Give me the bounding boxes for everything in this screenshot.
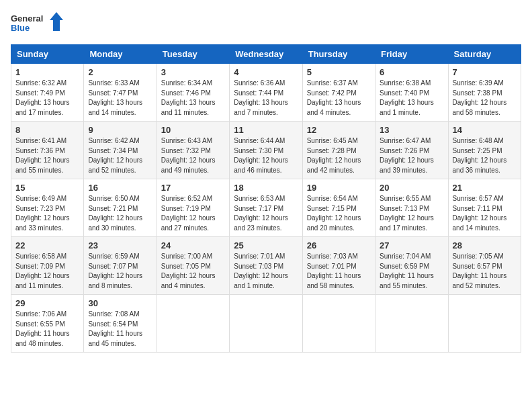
day-info: Sunrise: 7:06 AM Sunset: 6:55 PM Dayligh… (15, 310, 79, 349)
calendar-cell: 15Sunrise: 6:49 AM Sunset: 7:23 PM Dayli… (11, 179, 84, 237)
calendar-cell: 17Sunrise: 6:52 AM Sunset: 7:19 PM Dayli… (157, 179, 229, 237)
calendar-week-row: 1Sunrise: 6:32 AM Sunset: 7:49 PM Daylig… (11, 64, 521, 122)
day-number: 10 (161, 125, 225, 135)
day-info: Sunrise: 6:59 AM Sunset: 7:07 PM Dayligh… (88, 252, 152, 291)
day-info: Sunrise: 7:04 AM Sunset: 6:59 PM Dayligh… (380, 252, 443, 291)
day-info: Sunrise: 7:00 AM Sunset: 7:05 PM Dayligh… (161, 252, 225, 291)
calendar-cell: 12Sunrise: 6:45 AM Sunset: 7:28 PM Dayli… (302, 122, 375, 179)
calendar-cell: 29Sunrise: 7:06 AM Sunset: 6:55 PM Dayli… (11, 295, 84, 353)
day-number: 2 (88, 67, 152, 77)
calendar-cell: 10Sunrise: 6:43 AM Sunset: 7:32 PM Dayli… (157, 122, 229, 179)
svg-text:General: General (11, 13, 43, 24)
day-info: Sunrise: 6:42 AM Sunset: 7:34 PM Dayligh… (88, 136, 152, 175)
calendar-cell: 26Sunrise: 7:03 AM Sunset: 7:01 PM Dayli… (302, 237, 375, 295)
calendar-week-row: 8Sunrise: 6:41 AM Sunset: 7:36 PM Daylig… (11, 122, 521, 179)
calendar-cell: 25Sunrise: 7:01 AM Sunset: 7:03 PM Dayli… (230, 237, 302, 295)
day-number: 9 (88, 125, 152, 135)
day-number: 25 (234, 240, 298, 250)
day-number: 24 (161, 240, 225, 250)
weekday-header-thursday: Thursday (302, 45, 375, 64)
weekday-header-wednesday: Wednesday (230, 45, 302, 64)
day-number: 22 (15, 240, 79, 250)
calendar-week-row: 15Sunrise: 6:49 AM Sunset: 7:23 PM Dayli… (11, 179, 521, 237)
day-info: Sunrise: 6:50 AM Sunset: 7:21 PM Dayligh… (88, 194, 152, 233)
day-number: 27 (380, 240, 443, 250)
calendar-cell: 7Sunrise: 6:39 AM Sunset: 7:38 PM Daylig… (448, 64, 521, 122)
calendar-cell: 5Sunrise: 6:37 AM Sunset: 7:42 PM Daylig… (302, 64, 375, 122)
calendar-cell (375, 295, 448, 353)
day-number: 17 (161, 183, 225, 193)
day-number: 11 (234, 125, 298, 135)
day-number: 21 (453, 183, 517, 193)
calendar-week-row: 22Sunrise: 6:58 AM Sunset: 7:09 PM Dayli… (11, 237, 521, 295)
calendar-cell: 9Sunrise: 6:42 AM Sunset: 7:34 PM Daylig… (84, 122, 157, 179)
calendar-cell: 27Sunrise: 7:04 AM Sunset: 6:59 PM Dayli… (375, 237, 448, 295)
day-number: 14 (453, 125, 517, 135)
day-info: Sunrise: 6:41 AM Sunset: 7:36 PM Dayligh… (15, 136, 79, 175)
day-info: Sunrise: 6:45 AM Sunset: 7:28 PM Dayligh… (307, 136, 371, 175)
calendar-cell: 16Sunrise: 6:50 AM Sunset: 7:21 PM Dayli… (84, 179, 157, 237)
day-number: 4 (234, 67, 298, 77)
day-number: 20 (380, 183, 443, 193)
weekday-header-row: SundayMondayTuesdayWednesdayThursdayFrid… (11, 45, 521, 64)
day-number: 23 (88, 240, 152, 250)
day-info: Sunrise: 6:49 AM Sunset: 7:23 PM Dayligh… (15, 194, 79, 233)
weekday-header-tuesday: Tuesday (157, 45, 229, 64)
day-info: Sunrise: 6:38 AM Sunset: 7:40 PM Dayligh… (380, 79, 443, 118)
day-info: Sunrise: 6:53 AM Sunset: 7:17 PM Dayligh… (234, 194, 298, 233)
day-info: Sunrise: 6:39 AM Sunset: 7:38 PM Dayligh… (453, 79, 517, 118)
day-number: 28 (453, 240, 517, 250)
day-number: 13 (380, 125, 443, 135)
day-info: Sunrise: 6:36 AM Sunset: 7:44 PM Dayligh… (234, 79, 298, 118)
weekday-header-monday: Monday (84, 45, 157, 64)
day-number: 26 (307, 240, 371, 250)
day-info: Sunrise: 6:54 AM Sunset: 7:15 PM Dayligh… (307, 194, 371, 233)
day-info: Sunrise: 7:05 AM Sunset: 6:57 PM Dayligh… (453, 252, 517, 291)
calendar-cell: 23Sunrise: 6:59 AM Sunset: 7:07 PM Dayli… (84, 237, 157, 295)
day-number: 7 (453, 67, 517, 77)
calendar-cell: 24Sunrise: 7:00 AM Sunset: 7:05 PM Dayli… (157, 237, 229, 295)
calendar-cell: 11Sunrise: 6:44 AM Sunset: 7:30 PM Dayli… (230, 122, 302, 179)
calendar-cell (448, 295, 521, 353)
day-number: 30 (88, 298, 152, 308)
weekday-header-sunday: Sunday (11, 45, 84, 64)
day-number: 16 (88, 183, 152, 193)
day-info: Sunrise: 6:47 AM Sunset: 7:26 PM Dayligh… (380, 136, 443, 175)
day-number: 6 (380, 67, 443, 77)
day-info: Sunrise: 6:44 AM Sunset: 7:30 PM Dayligh… (234, 136, 298, 175)
day-info: Sunrise: 6:48 AM Sunset: 7:25 PM Dayligh… (453, 136, 517, 175)
calendar-cell (302, 295, 375, 353)
day-info: Sunrise: 6:52 AM Sunset: 7:19 PM Dayligh… (161, 194, 225, 233)
svg-marker-2 (50, 12, 63, 31)
day-number: 18 (234, 183, 298, 193)
day-info: Sunrise: 6:58 AM Sunset: 7:09 PM Dayligh… (15, 252, 79, 291)
day-info: Sunrise: 6:33 AM Sunset: 7:47 PM Dayligh… (88, 79, 152, 118)
calendar-week-row: 29Sunrise: 7:06 AM Sunset: 6:55 PM Dayli… (11, 295, 521, 353)
calendar-cell: 22Sunrise: 6:58 AM Sunset: 7:09 PM Dayli… (11, 237, 84, 295)
calendar-cell: 28Sunrise: 7:05 AM Sunset: 6:57 PM Dayli… (448, 237, 521, 295)
calendar-cell: 4Sunrise: 6:36 AM Sunset: 7:44 PM Daylig… (230, 64, 302, 122)
calendar-cell: 14Sunrise: 6:48 AM Sunset: 7:25 PM Dayli… (448, 122, 521, 179)
day-info: Sunrise: 6:57 AM Sunset: 7:11 PM Dayligh… (453, 194, 517, 233)
calendar-cell: 18Sunrise: 6:53 AM Sunset: 7:17 PM Dayli… (230, 179, 302, 237)
calendar: SundayMondayTuesdayWednesdayThursdayFrid… (11, 44, 521, 353)
calendar-cell: 30Sunrise: 7:08 AM Sunset: 6:54 PM Dayli… (84, 295, 157, 353)
day-number: 19 (307, 183, 371, 193)
day-info: Sunrise: 6:43 AM Sunset: 7:32 PM Dayligh… (161, 136, 225, 175)
day-number: 12 (307, 125, 371, 135)
day-info: Sunrise: 7:08 AM Sunset: 6:54 PM Dayligh… (88, 310, 152, 349)
svg-text:Blue: Blue (11, 23, 30, 33)
calendar-cell: 6Sunrise: 6:38 AM Sunset: 7:40 PM Daylig… (375, 64, 448, 122)
logo-svg: General Blue (11, 11, 64, 38)
day-info: Sunrise: 6:34 AM Sunset: 7:46 PM Dayligh… (161, 79, 225, 118)
calendar-cell: 2Sunrise: 6:33 AM Sunset: 7:47 PM Daylig… (84, 64, 157, 122)
day-number: 15 (15, 183, 79, 193)
calendar-cell: 13Sunrise: 6:47 AM Sunset: 7:26 PM Dayli… (375, 122, 448, 179)
day-info: Sunrise: 7:01 AM Sunset: 7:03 PM Dayligh… (234, 252, 298, 291)
day-number: 3 (161, 67, 225, 77)
calendar-cell: 3Sunrise: 6:34 AM Sunset: 7:46 PM Daylig… (157, 64, 229, 122)
calendar-cell: 8Sunrise: 6:41 AM Sunset: 7:36 PM Daylig… (11, 122, 84, 179)
calendar-cell: 21Sunrise: 6:57 AM Sunset: 7:11 PM Dayli… (448, 179, 521, 237)
day-info: Sunrise: 6:37 AM Sunset: 7:42 PM Dayligh… (307, 79, 371, 118)
header: General Blue (11, 11, 521, 38)
